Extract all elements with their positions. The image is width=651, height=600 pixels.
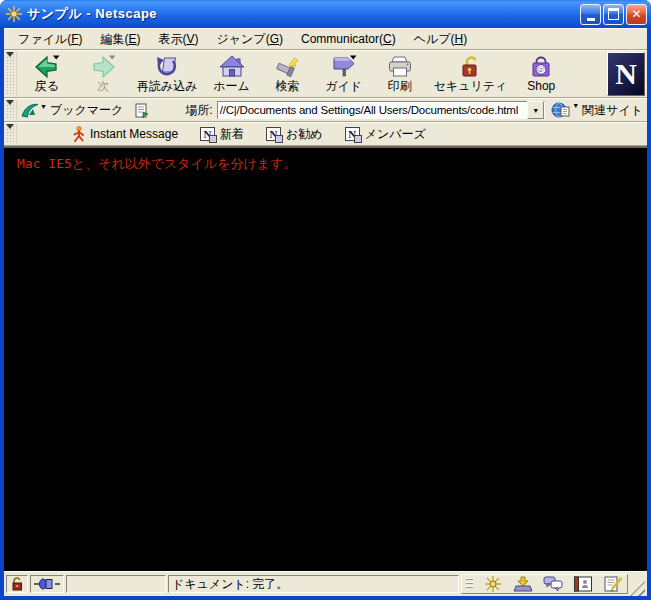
reload-button[interactable]: 再読み込み [131, 53, 204, 95]
guide-icon [331, 54, 357, 80]
back-button[interactable]: 戻る [19, 53, 75, 95]
page-proxy-icon[interactable] [135, 103, 149, 118]
status-bar: ドキュメント: 完了。 [4, 571, 647, 596]
security-button[interactable]: セキュリティ [428, 53, 514, 95]
search-button[interactable]: 検索 [260, 53, 316, 95]
instant-message-label: Instant Message [90, 127, 178, 141]
netscape-n-logo: N [615, 59, 637, 89]
discussions-icon[interactable] [543, 576, 563, 592]
members-label: メンバーズ [365, 126, 426, 143]
component-bar [461, 574, 628, 594]
window-title: サンプル - Netscape [27, 5, 578, 23]
whats-new-label: 新着 [220, 126, 244, 143]
related-sites-button[interactable]: ▼ 関連サイト [545, 101, 647, 119]
n-badge-icon: N [266, 127, 281, 141]
bookmarks-button[interactable]: ▼ ブックマーク [19, 102, 129, 119]
search-icon [275, 54, 301, 80]
menu-edit[interactable]: 編集(E) [92, 29, 150, 50]
home-label: ホーム [213, 80, 250, 93]
n-badge-icon: N [345, 127, 360, 141]
home-button[interactable]: ホーム [204, 53, 260, 95]
guide-button[interactable]: ガイド [316, 53, 372, 95]
browser-viewport[interactable]: Mac IE5と、それ以外でスタイルを分けます。 [4, 146, 647, 571]
svg-text:@: @ [537, 64, 545, 74]
menu-help[interactable]: ヘルプ(H) [406, 29, 478, 50]
shop-button[interactable]: @ Shop [513, 53, 569, 95]
close-button[interactable]: ✕ [626, 4, 647, 25]
bookmarks-dropdown-icon: ▼ [40, 103, 47, 110]
location-bar-gripper[interactable] [5, 100, 17, 120]
recommended-button[interactable]: N お勧め [266, 126, 323, 143]
back-label: 戻る [35, 80, 59, 93]
url-text[interactable]: //C|/Documents and Settings/All Users/Do… [218, 104, 528, 116]
minimize-icon [587, 18, 595, 21]
menu-go[interactable]: ジャンプ(G) [209, 29, 293, 50]
print-icon [387, 54, 413, 80]
menu-communicator[interactable]: Communicator(C) [293, 30, 406, 48]
instant-message-button[interactable]: Instant Message [71, 126, 178, 142]
forward-button[interactable]: 次 [75, 53, 131, 95]
forward-label: 次 [97, 80, 109, 93]
status-text: ドキュメント: 完了。 [168, 575, 459, 593]
search-label: 検索 [276, 80, 300, 93]
home-icon [219, 54, 245, 80]
netscape-throbber[interactable]: N [607, 52, 645, 96]
url-field[interactable]: //C|/Documents and Settings/All Users/Do… [217, 101, 546, 119]
online-status-button[interactable] [30, 575, 64, 593]
security-status-button[interactable] [6, 575, 28, 593]
print-label: 印刷 [388, 80, 412, 93]
shop-icon: @ [528, 54, 554, 80]
close-icon: ✕ [631, 8, 641, 20]
netscape-window: サンプル - Netscape ✕ ファイル(F) 編集(E) 表示(V) ジャ… [0, 0, 651, 600]
bookmarks-label: ブックマーク [50, 102, 123, 119]
bookmarks-icon [21, 102, 39, 118]
plug-icon [34, 578, 60, 590]
aim-running-man-icon [71, 126, 85, 142]
navigation-toolbar: 戻る 次 再読み込み ホーム [4, 50, 647, 98]
related-sites-icon [551, 101, 571, 119]
recommended-label: お勧め [286, 126, 323, 143]
inbox-icon[interactable] [513, 576, 533, 592]
composer-icon[interactable] [603, 576, 623, 592]
reload-label: 再読み込み [137, 80, 198, 93]
address-book-icon[interactable] [573, 576, 593, 592]
title-bar[interactable]: サンプル - Netscape ✕ [0, 0, 651, 28]
n-badge-icon: N [200, 127, 215, 141]
menu-view[interactable]: 表示(V) [150, 29, 208, 50]
url-dropdown-button[interactable]: ▼ [527, 101, 544, 119]
whats-new-button[interactable]: N 新着 [200, 126, 244, 143]
personal-toolbar-gripper[interactable] [5, 124, 17, 144]
members-button[interactable]: N メンバーズ [345, 126, 426, 143]
component-bar-gripper[interactable] [466, 578, 473, 590]
navigator-icon[interactable] [483, 576, 503, 592]
open-lock-icon [11, 577, 24, 591]
reload-icon [154, 54, 180, 80]
location-label: 場所: [185, 102, 212, 119]
guide-label: ガイド [325, 80, 362, 93]
maximize-button[interactable] [603, 4, 624, 25]
page-message: Mac IE5と、それ以外でスタイルを分けます。 [17, 155, 647, 173]
netscape-starburst-icon [6, 6, 22, 22]
print-button[interactable]: 印刷 [372, 53, 428, 95]
forward-icon [90, 54, 116, 80]
menu-file[interactable]: ファイル(F) [10, 29, 92, 50]
resize-grip[interactable] [630, 581, 645, 596]
security-label: セキュリティ [434, 80, 508, 93]
location-bar: ▼ ブックマーク 場所: //C|/Documents and Settings… [4, 98, 647, 122]
minimize-button[interactable] [580, 4, 601, 25]
shop-label: Shop [527, 80, 555, 93]
related-sites-dropdown-icon: ▼ [572, 102, 579, 109]
related-sites-label: 関連サイト [582, 102, 643, 119]
progress-bar [66, 575, 166, 593]
personal-toolbar: Instant Message N 新着 N お勧め N メンバーズ [4, 122, 647, 146]
security-icon [457, 54, 483, 80]
menu-bar: ファイル(F) 編集(E) 表示(V) ジャンプ(G) Communicator… [4, 28, 647, 50]
toolbar-gripper[interactable] [5, 52, 17, 96]
maximize-icon [608, 8, 619, 20]
back-icon [34, 54, 60, 80]
